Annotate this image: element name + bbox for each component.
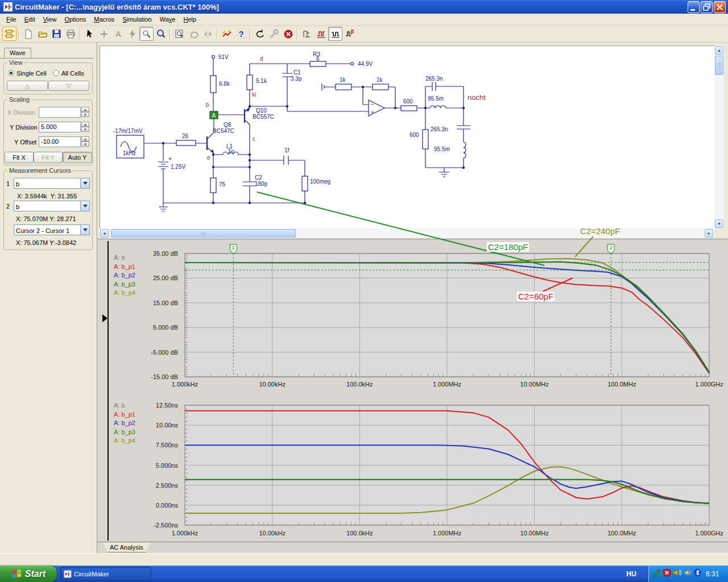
cursor1-signal-combo[interactable]: b (14, 178, 90, 189)
volume-icon[interactable] (673, 568, 681, 579)
cell-up-button[interactable]: △ (7, 81, 48, 91)
y-tick-label: 35.00 dB (138, 250, 178, 257)
y-division-input[interactable]: 5.000 (39, 122, 81, 132)
scroll-left-icon[interactable]: ◄ (100, 229, 109, 238)
y-tick-label: 2.500ns (138, 482, 178, 489)
pointer-icon[interactable] (82, 27, 97, 41)
legend-delay-2[interactable]: A: b_p2 (114, 419, 135, 426)
legend-delay-3[interactable]: A: b_p3 (114, 429, 135, 435)
minimize-button[interactable] (688, 1, 700, 13)
start-button[interactable]: Start (0, 566, 57, 582)
taskbar-button-circuitmaker[interactable]: CircuitMaker (60, 567, 151, 581)
tab-ac-analysis[interactable]: AC Analysis (103, 543, 150, 552)
y-offset-label: Y Offset (14, 139, 36, 146)
menu-simulation[interactable]: Simulation (118, 14, 155, 24)
system-tray: 6:31 (648, 566, 728, 582)
auto-y-button[interactable]: Auto Y (63, 152, 92, 163)
wire-edit-icon[interactable] (220, 27, 234, 41)
y-offset-input[interactable]: -10.00 (39, 136, 81, 147)
save-file-icon[interactable] (49, 27, 64, 41)
legend-delay-4[interactable]: A: b_p4 (114, 437, 135, 444)
vertical-scroll-thumb[interactable] (715, 56, 723, 75)
cell-down-button[interactable]: ▽ (48, 81, 89, 91)
transient-waveform-icon[interactable] (314, 27, 328, 41)
cursor-diff-combo[interactable]: Cursor 2 - Cursor 1 (14, 225, 90, 235)
y-offset-spinner[interactable]: ▲▼ (81, 136, 89, 147)
x-tick-label: 1.000GHz (689, 381, 728, 388)
text-tool-icon[interactable]: A (111, 27, 125, 41)
x-tick-label: 1.000kHz (165, 530, 205, 537)
legend-gain-4[interactable]: A: b_p4 (114, 289, 135, 296)
annotation-label: C2=180pF (487, 242, 529, 252)
menu-options[interactable]: Options (60, 14, 90, 24)
x-tick-label: 100.0MHz (602, 381, 642, 388)
cursor2-signal-value: b (14, 202, 21, 211)
menu-help[interactable]: Help (179, 14, 200, 24)
bluetooth-icon[interactable] (693, 568, 702, 579)
print-icon[interactable] (64, 27, 78, 41)
menu-wave[interactable]: Wave (156, 14, 180, 24)
schematic-vertical-scrollbar[interactable]: ▲ ▼ (714, 45, 724, 228)
cursor2-signal-combo[interactable]: b (14, 201, 90, 211)
restore-button[interactable] (701, 1, 713, 13)
splitter-arrow-icon[interactable] (102, 314, 111, 322)
tab-wave[interactable]: Wave (4, 48, 31, 59)
power-icon[interactable] (125, 27, 139, 41)
menu-view[interactable]: View (39, 14, 61, 24)
new-file-icon[interactable] (21, 27, 35, 41)
legend-gain-1[interactable]: A: b_p1 (114, 263, 135, 270)
close-button[interactable] (714, 1, 726, 13)
schematic-horizontal-scrollbar[interactable]: ◄ ► (100, 228, 714, 238)
single-cell-radio[interactable] (8, 70, 14, 76)
legend-gain-3[interactable]: A: b_p3 (114, 281, 135, 288)
help-icon[interactable]: ? (234, 27, 248, 41)
all-cells-radio[interactable] (53, 70, 59, 76)
fit-y-button[interactable]: Fit Y (34, 152, 63, 163)
horizontal-scroll-thumb[interactable] (111, 229, 296, 238)
legend-gain-2[interactable]: A: b_p2 (114, 272, 135, 278)
x-tick-label: 1.000kHz (165, 381, 205, 388)
language-indicator[interactable]: HU (620, 566, 643, 582)
cursor1-dropdown-icon[interactable] (80, 178, 89, 188)
security-shield-icon[interactable] (663, 568, 671, 579)
schematic-canvas[interactable] (100, 45, 714, 228)
mirror-icon[interactable] (201, 27, 215, 41)
legend-delay-1[interactable]: A: b_p1 (114, 411, 135, 418)
y-tick-label: 5.000 dB (138, 324, 178, 331)
scroll-up-icon[interactable]: ▲ (715, 46, 723, 55)
cursor-diff-dropdown-icon[interactable] (80, 225, 89, 235)
add-part-icon[interactable] (97, 27, 111, 41)
scroll-down-icon[interactable]: ▼ (715, 219, 723, 228)
cursor2-dropdown-icon[interactable] (80, 201, 89, 211)
zoom-select-icon[interactable] (172, 27, 187, 41)
digital-waveform-icon[interactable] (328, 27, 342, 41)
volume-muted-icon[interactable] (683, 568, 692, 579)
mixed-waveform-icon[interactable] (342, 27, 357, 41)
tablet-pen-icon[interactable] (652, 568, 661, 579)
toolbar-separator (169, 28, 171, 40)
reset-icon[interactable] (253, 27, 267, 41)
legend-gain-0[interactable]: A: b (114, 254, 125, 261)
menu-edit[interactable]: Edit (20, 14, 39, 24)
menu-macros[interactable]: Macros (90, 14, 118, 24)
x-tick-label: 1.000MHz (427, 381, 467, 388)
annotation-label: C2=60pF (517, 292, 555, 301)
x-division-input[interactable] (39, 107, 81, 118)
rotate-icon[interactable] (187, 27, 201, 41)
y-division-spinner[interactable]: ▲▼ (81, 122, 89, 132)
fit-x-button[interactable]: Fit X (5, 152, 34, 163)
open-file-icon[interactable] (35, 27, 49, 41)
x-tick-label: 10.00kHz (253, 381, 292, 388)
stop-icon[interactable] (281, 27, 295, 41)
zoom-icon[interactable] (154, 27, 168, 41)
scroll-right-icon[interactable]: ► (705, 229, 713, 238)
menu-file[interactable]: File (2, 14, 20, 24)
dc-waveform-icon[interactable] (300, 27, 314, 41)
y-tick-label: -2.500ns (138, 522, 178, 529)
parts-browser-icon[interactable] (2, 27, 16, 41)
wrench-icon[interactable] (267, 27, 281, 41)
legend-delay-0[interactable]: A: b (114, 402, 125, 409)
waveform-splitter[interactable] (107, 241, 109, 541)
probe-icon[interactable] (139, 27, 154, 41)
x-division-spinner[interactable]: ▲▼ (81, 107, 89, 117)
